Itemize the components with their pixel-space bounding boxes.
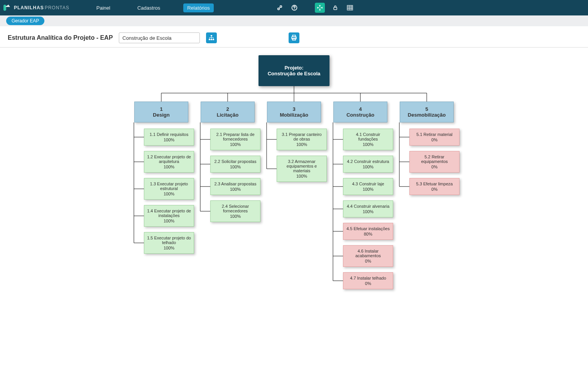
- phase-5[interactable]: 5Desmobilização: [400, 102, 454, 122]
- subnav-gerador-eap[interactable]: Gerador EAP: [6, 17, 44, 25]
- task-percent: 100%: [230, 165, 241, 169]
- task-c2-2[interactable]: 2.2 Solicitar propostas100%: [210, 156, 260, 173]
- task-label: 2.4 Selecionar fornecedores: [213, 204, 258, 213]
- eap-tree: Projeto: Construção de Escola 1Design2Li…: [117, 55, 471, 299]
- task-label: 1.1 Definir requisitos: [150, 132, 188, 137]
- phase-4[interactable]: 4Construção: [333, 102, 387, 122]
- link-icon[interactable]: [275, 3, 284, 12]
- task-label: 2.3 Analisar propostas: [215, 182, 257, 186]
- task-label: 4.3 Construir laje: [352, 182, 384, 186]
- task-label: 4.1 Construir fundações: [346, 132, 390, 141]
- task-label: 4.7 Instalar telhado: [350, 276, 386, 280]
- hierarchy-button[interactable]: [206, 32, 217, 43]
- expand-icon[interactable]: [315, 3, 325, 13]
- task-label: 2.2 Solicitar propostas: [215, 159, 257, 164]
- task-c4-5[interactable]: 4.5 Efetuar instalações80%: [343, 223, 393, 240]
- svg-rect-18: [211, 38, 212, 39]
- task-label: 3.2 Armazenar equipamentos e materiais: [279, 159, 324, 173]
- task-percent: 100%: [164, 165, 174, 169]
- task-c4-4[interactable]: 4.4 Construir alvenaria100%: [343, 200, 393, 217]
- print-button[interactable]: [289, 32, 299, 43]
- phase-num: 5: [425, 106, 428, 112]
- svg-rect-12: [209, 39, 210, 40]
- task-label: 5.1 Retirar material: [416, 132, 453, 137]
- task-c1-4[interactable]: 1.4 Executar projeto de instalações100%: [144, 205, 194, 227]
- task-c3-2[interactable]: 3.2 Armazenar equipamentos e materiais10…: [277, 156, 327, 182]
- task-label: 3.1 Preparar canteiro de obras: [279, 132, 324, 141]
- phase-label: Design: [153, 112, 169, 118]
- task-percent: 100%: [296, 174, 307, 178]
- task-percent: 100%: [164, 219, 174, 223]
- phase-3[interactable]: 3Mobilização: [267, 102, 321, 122]
- phase-label: Construção: [346, 112, 374, 118]
- svg-point-0: [278, 8, 279, 10]
- task-c4-1[interactable]: 4.1 Construir fundações100%: [343, 129, 393, 150]
- task-label: 4.2 Construir estrutura: [347, 159, 389, 164]
- task-percent: 100%: [230, 187, 241, 192]
- logo-text-1: PLANILHAS: [14, 5, 44, 10]
- task-c4-2[interactable]: 4.2 Construir estrutura100%: [343, 156, 393, 173]
- task-c5-3[interactable]: 5.3 Efetuar limpeza0%: [409, 178, 460, 195]
- phase-1[interactable]: 1Design: [134, 102, 188, 122]
- task-label: 4.6 Instalar acabamentos: [346, 249, 390, 258]
- task-c4-7[interactable]: 4.7 Instalar telhado0%: [343, 272, 393, 289]
- svg-rect-5: [334, 7, 337, 10]
- task-c1-5[interactable]: 1.5 Executar projeto do telhado100%: [144, 232, 194, 254]
- task-percent: 100%: [164, 137, 174, 142]
- grid-icon[interactable]: [346, 3, 354, 12]
- task-c2-4[interactable]: 2.4 Selecionar fornecedores100%: [210, 200, 260, 222]
- task-label: 1.3 Executar projeto estrutural: [147, 182, 191, 191]
- task-c1-3[interactable]: 1.3 Executar projeto estrutural100%: [144, 178, 194, 200]
- task-percent: 100%: [363, 209, 373, 214]
- task-percent: 0%: [431, 137, 438, 142]
- task-c3-1[interactable]: 3.1 Preparar canteiro de obras100%: [277, 129, 327, 150]
- task-c5-2[interactable]: 5.2 Retirar equipamentos0%: [409, 151, 460, 173]
- svg-point-4: [294, 9, 295, 10]
- task-percent: 0%: [365, 259, 371, 263]
- root-node[interactable]: Projeto: Construção de Escola: [259, 55, 329, 86]
- task-c2-3[interactable]: 2.3 Analisar propostas100%: [210, 178, 260, 195]
- task-c1-1[interactable]: 1.1 Definir requisitos100%: [144, 129, 194, 146]
- nav-relatorios[interactable]: Relatórios: [183, 3, 214, 12]
- task-percent: 100%: [363, 142, 373, 147]
- sub-navbar: Gerador EAP: [0, 15, 588, 26]
- phase-2[interactable]: 2Licitação: [201, 102, 255, 122]
- task-c5-1[interactable]: 5.1 Retirar material0%: [409, 129, 460, 146]
- task-c2-1[interactable]: 2.1 Preparar lista de fornecedores100%: [210, 129, 260, 150]
- task-label: 4.5 Efetuar instalações: [346, 226, 390, 231]
- task-percent: 0%: [431, 165, 438, 169]
- root-line1: Projeto:: [284, 65, 303, 71]
- task-label: 1.2 Executar projeto de arquitetura: [147, 154, 191, 164]
- phase-num: 2: [226, 106, 229, 112]
- task-c1-2[interactable]: 1.2 Executar projeto de arquitetura100%: [144, 151, 194, 173]
- app-logo: PLANILHAS PRONTAS: [3, 4, 69, 12]
- task-percent: 100%: [363, 187, 373, 192]
- top-navbar: PLANILHAS PRONTAS Painel Cadastros Relat…: [0, 0, 588, 15]
- nav-painel[interactable]: Painel: [93, 3, 114, 12]
- task-label: 1.5 Executar projeto do telhado: [147, 236, 191, 245]
- project-name-input[interactable]: [119, 32, 200, 43]
- task-percent: 100%: [230, 142, 241, 147]
- svg-rect-13: [211, 39, 212, 40]
- task-percent: 100%: [296, 142, 307, 147]
- svg-line-2: [279, 7, 280, 8]
- task-percent: 0%: [431, 187, 438, 192]
- task-percent: 100%: [164, 246, 174, 250]
- help-icon[interactable]: [290, 3, 299, 12]
- svg-rect-14: [213, 39, 214, 40]
- task-c4-3[interactable]: 4.3 Construir laje100%: [343, 178, 393, 195]
- task-percent: 100%: [363, 165, 373, 169]
- root-line2: Construção de Escola: [268, 71, 321, 76]
- phase-label: Mobilização: [280, 112, 308, 118]
- task-c4-6[interactable]: 4.6 Instalar acabamentos0%: [343, 245, 393, 267]
- task-percent: 100%: [164, 192, 174, 196]
- logo-icon: [3, 4, 12, 12]
- page-title: Estrutura Analítica do Projeto - EAP: [8, 34, 113, 41]
- task-percent: 100%: [230, 214, 241, 219]
- svg-rect-15: [211, 36, 212, 37]
- logo-text-2: PRONTAS: [45, 5, 69, 10]
- nav-cadastros[interactable]: Cadastros: [133, 3, 164, 12]
- lock-icon[interactable]: [331, 3, 340, 12]
- phase-label: Desmobilização: [408, 112, 446, 118]
- task-percent: 0%: [365, 281, 371, 286]
